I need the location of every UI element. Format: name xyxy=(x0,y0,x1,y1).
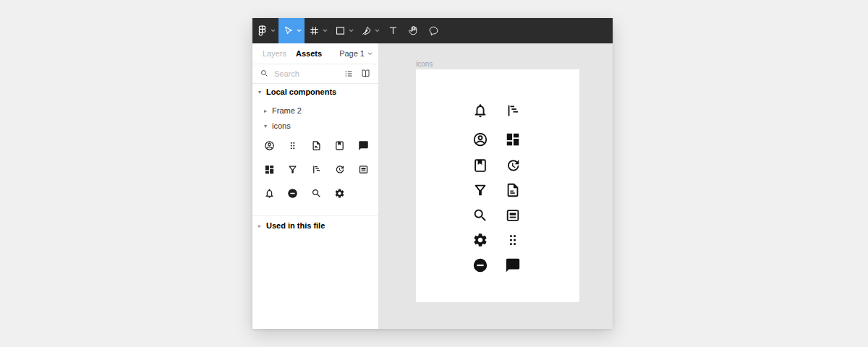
component-account-circle[interactable] xyxy=(260,137,278,154)
component-bell[interactable] xyxy=(260,184,278,202)
pen-tool[interactable] xyxy=(357,18,383,43)
canvas-save-icon[interactable] xyxy=(472,158,488,174)
canvas-filter-icon[interactable] xyxy=(472,182,488,198)
component-save[interactable] xyxy=(331,137,349,154)
canvas-calculator-icon[interactable] xyxy=(505,207,521,223)
drag-dots-icon xyxy=(505,232,521,248)
dashboard-icon xyxy=(505,132,521,147)
drag-dots-icon xyxy=(287,140,298,151)
account-circle-icon xyxy=(264,140,275,151)
canvas[interactable]: icons xyxy=(378,43,613,329)
caret-icon[interactable]: ▸ xyxy=(257,223,263,229)
sort-icon xyxy=(505,103,521,119)
search-icon xyxy=(260,69,269,78)
chevron-down-icon[interactable] xyxy=(349,29,354,33)
library-book-icon[interactable] xyxy=(360,68,371,79)
tree-item-local-components[interactable]: ▾ Local components xyxy=(252,87,336,96)
canvas-frame[interactable] xyxy=(416,69,579,302)
bell-icon xyxy=(472,103,488,119)
tree-item-label: Frame 2 xyxy=(272,106,302,115)
search-icon xyxy=(311,188,322,199)
hand-tool[interactable] xyxy=(403,18,423,43)
account-circle-icon xyxy=(472,132,488,147)
canvas-bell-icon[interactable] xyxy=(472,103,488,119)
canvas-settings-icon[interactable] xyxy=(472,232,488,248)
move-icon xyxy=(282,25,294,37)
caret-icon[interactable]: ▾ xyxy=(263,123,268,129)
save-icon xyxy=(472,158,488,174)
component-sort[interactable] xyxy=(307,160,325,178)
component-do-not-disturb[interactable] xyxy=(284,184,302,202)
document-icon xyxy=(505,182,521,198)
component-history[interactable] xyxy=(331,160,349,178)
canvas-do-not-disturb-icon[interactable] xyxy=(472,257,488,273)
filter-icon xyxy=(287,164,298,175)
component-dashboard[interactable] xyxy=(260,160,278,178)
tree-item-label: Used in this file xyxy=(266,221,325,230)
filter-icon xyxy=(472,182,488,198)
tree-item-label: icons xyxy=(272,121,291,130)
move-tool[interactable] xyxy=(278,18,305,43)
text-tool[interactable] xyxy=(383,18,403,43)
comment-tool[interactable] xyxy=(423,18,443,43)
history-icon xyxy=(334,164,345,175)
page-selector[interactable]: Page 1 xyxy=(339,49,373,58)
tree-item-used-in-this-file[interactable]: ▸ Used in this file xyxy=(252,215,378,230)
search-row-actions xyxy=(344,68,371,79)
do-not-disturb-icon xyxy=(472,257,488,273)
sort-icon xyxy=(311,164,322,175)
toolbar xyxy=(252,18,613,43)
component-search[interactable] xyxy=(307,184,325,202)
hand-icon xyxy=(407,25,420,37)
tree-item-label: Local components xyxy=(266,87,336,96)
chevron-down-icon[interactable] xyxy=(297,29,302,33)
calculator-icon xyxy=(505,207,521,223)
sidebar-tabs: Layers Assets Page 1 xyxy=(252,43,378,64)
chevron-down-icon[interactable] xyxy=(271,29,276,33)
canvas-search-icon[interactable] xyxy=(472,207,488,223)
chevron-down-icon xyxy=(367,52,373,56)
caret-icon[interactable]: ▸ xyxy=(263,108,268,114)
search-input[interactable] xyxy=(273,69,323,79)
shape-tool[interactable] xyxy=(331,18,357,43)
frame-title[interactable]: icons xyxy=(416,60,433,68)
settings-icon xyxy=(472,232,488,248)
tab-assets[interactable]: Assets xyxy=(296,49,322,58)
chevron-down-icon[interactable] xyxy=(323,29,328,33)
pen-icon xyxy=(360,25,373,37)
components-grid xyxy=(260,137,372,202)
tree-item-icons[interactable]: ▾ icons xyxy=(252,121,291,130)
canvas-dashboard-icon[interactable] xyxy=(505,132,521,147)
chevron-down-icon[interactable] xyxy=(375,29,380,33)
chat-icon xyxy=(358,140,369,151)
canvas-chat-icon[interactable] xyxy=(505,257,521,273)
caret-icon[interactable]: ▾ xyxy=(257,89,263,95)
app-body: Layers Assets Page 1 ▾ Local components xyxy=(252,43,613,329)
component-settings[interactable] xyxy=(331,184,349,202)
component-drag-dots[interactable] xyxy=(284,137,302,154)
search-row xyxy=(252,64,378,84)
dashboard-icon xyxy=(264,164,275,175)
component-filter[interactable] xyxy=(284,160,302,178)
canvas-account-circle-icon[interactable] xyxy=(472,132,488,147)
comment-icon xyxy=(427,25,440,37)
page-selector-label: Page 1 xyxy=(339,49,365,58)
frame-icon xyxy=(308,25,320,37)
settings-icon xyxy=(334,188,345,199)
chat-icon xyxy=(505,257,521,273)
figma-window: Layers Assets Page 1 ▾ Local components xyxy=(252,18,613,329)
tab-layers[interactable]: Layers xyxy=(263,49,286,58)
list-view-icon[interactable] xyxy=(344,69,354,79)
main-menu-tool[interactable] xyxy=(252,18,278,43)
text-icon xyxy=(387,25,399,37)
canvas-document-icon[interactable] xyxy=(505,182,521,198)
frame-tool[interactable] xyxy=(305,18,331,43)
document-icon xyxy=(311,140,322,151)
tree-item-frame-2[interactable]: ▸ Frame 2 xyxy=(252,106,302,115)
component-chat[interactable] xyxy=(354,137,372,154)
component-document[interactable] xyxy=(307,137,325,154)
canvas-sort-icon[interactable] xyxy=(505,103,521,119)
component-calculator[interactable] xyxy=(354,160,372,178)
canvas-history-icon[interactable] xyxy=(505,158,521,174)
canvas-drag-dots-icon[interactable] xyxy=(505,232,521,248)
